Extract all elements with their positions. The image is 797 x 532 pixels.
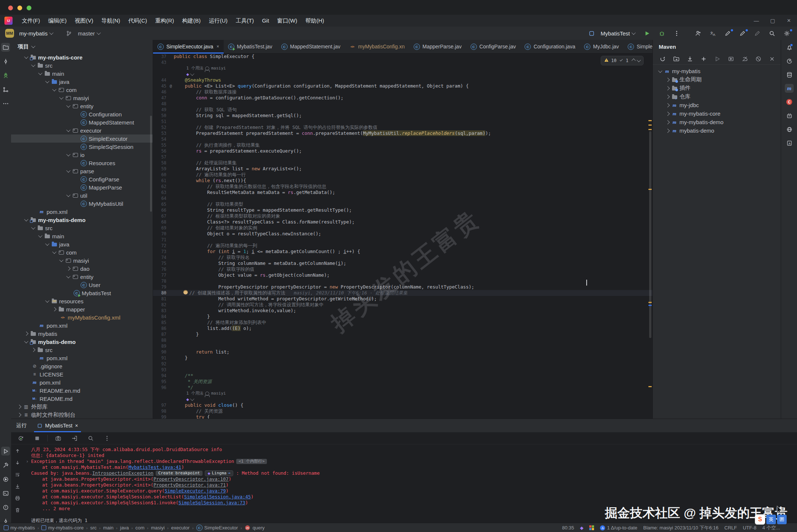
problems-icon[interactable] — [1, 503, 10, 512]
tree-item-User[interactable]: CUser — [11, 281, 153, 289]
endpoints-globe-icon[interactable] — [785, 125, 794, 134]
code-line-86[interactable]: 86 list.add((E) o); — [153, 325, 652, 331]
debug-button[interactable] — [655, 28, 668, 38]
chevron-right-icon[interactable] — [31, 348, 35, 352]
code-line-88[interactable]: 88 — [153, 337, 652, 343]
tree-item-MyMybatisUtil[interactable]: CMyMybatisUtil — [11, 200, 153, 208]
chevron-down-icon[interactable] — [24, 55, 28, 59]
menu-导航(N)[interactable]: 导航(N) — [97, 16, 124, 26]
tree-item-.gitignore[interactable]: ⊘.gitignore — [11, 362, 153, 370]
inlay-hint[interactable]: 1 个用法masiyi — [153, 391, 652, 396]
usages-hint[interactable]: 1 个用法 — [186, 65, 203, 71]
database-icon[interactable] — [785, 70, 794, 79]
build-hammer-icon[interactable] — [1, 461, 10, 470]
tree-item-main[interactable]: main — [11, 69, 153, 78]
chevron-right-icon[interactable] — [17, 405, 21, 409]
chevron-down-icon[interactable] — [66, 193, 70, 197]
tree-item-mybatis[interactable]: mybatis — [11, 330, 153, 338]
window-minimize-button[interactable]: — — [748, 15, 764, 27]
code-line-62[interactable]: 62 // 获取结果集的元数据信息，包含字段名和字段值的信息 — [153, 184, 652, 190]
code-line-87[interactable]: 87 } — [153, 331, 652, 337]
tree-item-临时文件和控制台[interactable]: ≣临时文件和控制台 — [11, 411, 153, 419]
code-line-85[interactable]: 85 // 将结果对象添加到列表中 — [153, 320, 652, 325]
code-line-95[interactable]: 95 * 关闭资源 — [153, 379, 652, 385]
stacktrace-link[interactable]: PropertyDescriptor.java:71 — [153, 482, 226, 488]
chevron-right-icon[interactable] — [665, 103, 669, 107]
code-line-81[interactable]: 81 Method writeMethod = propertyDescript… — [153, 296, 652, 302]
editor-tab-myMybatisConfig.xn[interactable]: </>myMybatisConfig.xn — [345, 40, 409, 53]
editor-tab-MyJdbc.jav[interactable]: CMyJdbc.jav — [580, 40, 623, 53]
editor-tab-ConfigParse.jav[interactable]: CConfigParse.jav — [466, 40, 520, 53]
chevron-down-icon[interactable] — [66, 103, 70, 108]
status-CRLF[interactable]: CRLF — [725, 525, 737, 531]
chevron-down-icon[interactable] — [52, 87, 56, 91]
error-stripe-mark[interactable] — [648, 305, 652, 306]
breadcrumb-main[interactable]: main — [103, 525, 113, 531]
search-everywhere-button[interactable] — [765, 28, 779, 38]
code-line-61[interactable]: 61 while (rs.next()){ — [153, 178, 652, 184]
code-line-69[interactable]: 69 // 创建结果对象的实例 — [153, 225, 652, 231]
tree-item-resources[interactable]: resources — [11, 297, 153, 305]
sync-status-icon[interactable]: Δ1 Δ/up-to-date — [600, 525, 637, 531]
code-line-48[interactable]: 48 — [153, 101, 652, 107]
tree-item-MappedStatement[interactable]: CMappedStatement — [11, 118, 153, 126]
chevron-right-icon[interactable] — [66, 266, 70, 270]
structure-icon[interactable] — [1, 85, 10, 94]
code-line-49[interactable]: 49 // 获取 SQL 语句 — [153, 107, 652, 113]
code-line-53[interactable]: 53 PreparedStatement preparedStatement =… — [153, 130, 652, 136]
skip-tests-icon[interactable] — [752, 54, 764, 63]
screenshot-icon[interactable] — [51, 433, 65, 443]
tree-item-pom.xml[interactable]: mpom.xml — [11, 321, 153, 330]
stacktrace-link[interactable]: SimpleSqlSession.java:73 — [179, 500, 245, 506]
tree-item-README.md[interactable]: M↓README.md — [11, 395, 153, 403]
code-line-37[interactable]: 37public class SimpleExecutor { — [153, 54, 652, 59]
tree-item-pom.xml[interactable]: mpom.xml — [11, 354, 153, 362]
menu-Git[interactable]: Git — [258, 16, 273, 26]
tree-item-pom.xml[interactable]: mpom.xml — [11, 208, 153, 216]
more-icon[interactable] — [1, 99, 10, 108]
tree-item-SimpleExecutor[interactable]: CSimpleExecutor — [11, 134, 153, 143]
lingma-chip[interactable]: ◆Lingma→ — [205, 470, 234, 476]
tree-item-mapper[interactable]: mapper — [11, 305, 153, 313]
download-sources-icon[interactable] — [684, 54, 696, 63]
tree-item-README.en.md[interactable]: M↓README.en.md — [11, 386, 153, 395]
code-line-57[interactable]: 57 — [153, 154, 652, 160]
tree-item-LICENSE[interactable]: ≡LICENSE — [11, 370, 153, 378]
maven-item-my-mybatis[interactable]: mmy-mybatis — [653, 67, 781, 75]
code-line-59[interactable]: 59 ArrayList<E> list = new ArrayList<>()… — [153, 166, 652, 172]
ai-assistant-icon[interactable] — [785, 57, 794, 65]
code-line-96[interactable]: 96 */ — [153, 385, 652, 391]
close-tab-icon[interactable]: × — [217, 44, 219, 49]
inlay-hint[interactable]: ◆ — [153, 396, 652, 402]
clear-icon[interactable] — [15, 507, 20, 514]
tree-item-java[interactable]: java — [11, 78, 153, 86]
chevron-down-icon[interactable] — [190, 397, 194, 401]
code-line-51[interactable]: 51 — [153, 119, 652, 125]
code-line-47[interactable]: 47 conn = configuration.getDataSource().… — [153, 95, 652, 101]
run-config-icon[interactable] — [725, 54, 737, 63]
maven-item-插件[interactable]: 插件 — [653, 84, 781, 92]
chevron-right-icon[interactable] — [665, 112, 669, 116]
stacktrace-link[interactable]: MybatisTest.java:41 — [128, 464, 181, 470]
chevron-right-icon[interactable] — [665, 78, 669, 82]
close-icon[interactable] — [766, 54, 778, 63]
code-line-58[interactable]: 58 // 处理返回结果集 — [153, 160, 652, 166]
code-line-46[interactable]: 46 // 获取数据库连接 — [153, 89, 652, 95]
breadcrumb-my-mybatis[interactable]: my-mybatis — [4, 525, 35, 531]
chevron-right-icon[interactable] — [665, 129, 669, 133]
tree-item-entity[interactable]: entity — [11, 102, 153, 110]
breadcrumb-masiyi[interactable]: masiyi — [151, 525, 165, 531]
inlay-hint[interactable]: 1 个用法masiyi — [153, 65, 652, 71]
menu-运行(U)[interactable]: 运行(U) — [205, 16, 232, 26]
code-line-65[interactable]: 65 // 获取结果类型 — [153, 201, 652, 207]
maven-item-my-mybatis-demo[interactable]: mmy-mybatis-demo — [653, 118, 781, 126]
code-line-76[interactable]: 76 // 获取字段的值 — [153, 266, 652, 272]
code-line-56[interactable]: 56 rs = preparedStatement.executeQuery()… — [153, 148, 652, 154]
error-stripe-mark[interactable] — [648, 189, 652, 190]
plugins-icon[interactable] — [785, 111, 794, 120]
sync-folder-icon[interactable] — [670, 54, 682, 63]
code-line-68[interactable]: 68 Class<?> resultTypeClass = Class.forN… — [153, 219, 652, 225]
window-maximize-button[interactable]: ▢ — [764, 15, 781, 27]
code-line-45[interactable]: 45@ public <E> List<E> query(Configurati… — [153, 83, 652, 89]
c-plugin-icon[interactable]: C — [785, 98, 794, 106]
